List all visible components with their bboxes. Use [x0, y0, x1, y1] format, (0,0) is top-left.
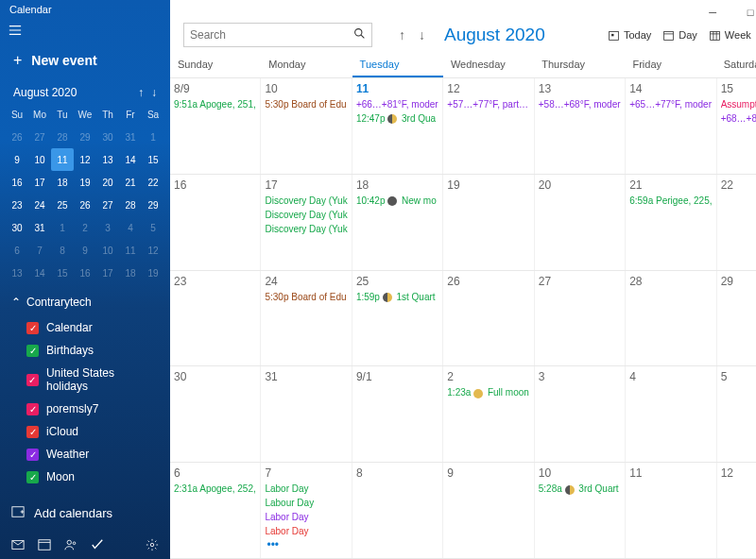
mini-day[interactable]: 3 — [96, 216, 119, 239]
calendar-item[interactable]: ✓ Birthdays — [0, 339, 170, 362]
event[interactable]: Discovery Day (Yuk — [265, 208, 347, 222]
more-events[interactable]: ••• — [265, 538, 347, 551]
event[interactable]: Assumption - West — [721, 97, 756, 111]
mini-day[interactable]: 26 — [74, 194, 96, 216]
day-cell[interactable]: 14 +65…+77°F, moder — [626, 78, 716, 174]
mini-day[interactable]: 27 — [96, 194, 119, 216]
week-view-button[interactable]: Week — [707, 25, 753, 45]
day-cell[interactable]: 8/9 9:51a Apogee, 251, — [170, 78, 261, 174]
mini-day[interactable]: 23 — [6, 194, 28, 216]
mini-day[interactable]: 25 — [51, 194, 74, 216]
mini-day[interactable]: 26 — [6, 126, 28, 148]
event[interactable]: Labor Day — [265, 524, 347, 538]
mini-day[interactable]: 13 — [96, 148, 119, 171]
day-cell[interactable]: 26 — [443, 271, 534, 366]
calendar-icon[interactable] — [38, 538, 51, 551]
event[interactable]: 6:59a Perigee, 225, — [629, 194, 712, 208]
mini-day[interactable]: 5 — [142, 216, 164, 239]
mini-day[interactable]: 13 — [6, 262, 28, 284]
event[interactable]: 2:31a Apogee, 252, — [174, 482, 256, 496]
event[interactable]: +66…+81°F, moder — [356, 97, 438, 111]
mini-cal-prev[interactable]: ↑ — [138, 86, 144, 99]
event[interactable]: 5:30p Board of Edu — [265, 290, 347, 304]
day-cell[interactable]: 5 — [717, 366, 756, 462]
month-title[interactable]: August 2020 — [444, 25, 545, 45]
calendar-item[interactable]: ✓ iCloud — [0, 420, 170, 443]
mini-day[interactable]: 9 — [6, 148, 28, 171]
checkbox-icon[interactable]: ✓ — [26, 426, 39, 438]
mini-day[interactable]: 12 — [142, 239, 164, 262]
event[interactable]: +68…+80°F, patchy — [721, 111, 756, 126]
search-input[interactable] — [190, 28, 353, 42]
day-cell[interactable]: 20 — [535, 175, 626, 270]
event[interactable]: 5:28a 3rd Quart — [539, 482, 621, 496]
mini-day[interactable]: 29 — [142, 194, 164, 216]
day-cell[interactable]: 28 — [626, 271, 716, 366]
mini-day[interactable]: 31 — [28, 216, 51, 239]
event[interactable]: Discovery Day (Yuk — [265, 222, 347, 236]
mini-day[interactable]: 17 — [28, 171, 51, 194]
mini-day[interactable]: 21 — [119, 171, 142, 194]
calendar-item[interactable]: ✓ United States holidays — [0, 362, 170, 398]
checkbox-icon[interactable]: ✓ — [26, 374, 39, 386]
mini-day[interactable]: 28 — [119, 194, 142, 216]
day-cell[interactable]: 13 +58…+68°F, moder — [535, 78, 626, 174]
day-cell[interactable]: 9/1 — [352, 366, 443, 462]
mini-day[interactable]: 24 — [28, 194, 51, 216]
add-calendars-button[interactable]: Add calendars — [0, 496, 170, 531]
day-cell[interactable]: 8 — [352, 463, 443, 558]
event[interactable]: +65…+77°F, moder — [629, 97, 712, 111]
mini-day[interactable]: 14 — [28, 262, 51, 284]
minimize-button[interactable]: ─ — [694, 0, 731, 25]
day-cell[interactable]: 30 — [170, 366, 261, 462]
dow-header[interactable]: Monday — [261, 51, 352, 77]
mini-day[interactable]: 10 — [28, 148, 51, 171]
mini-day[interactable]: 8 — [51, 239, 74, 262]
calendar-item[interactable]: ✓ Moon — [0, 466, 170, 488]
event[interactable]: 9:51a Apogee, 251, — [174, 97, 256, 111]
event[interactable]: 1:59p 1st Quart — [356, 290, 438, 304]
event[interactable]: Discovery Day (Yuk — [265, 194, 347, 208]
day-cell[interactable]: 9 — [443, 463, 534, 558]
day-cell[interactable]: 3 — [535, 366, 626, 462]
mail-icon[interactable] — [11, 538, 25, 551]
checkbox-icon[interactable]: ✓ — [26, 449, 39, 461]
event[interactable]: Labor Day — [265, 482, 347, 496]
day-cell[interactable]: 12 +57…+77°F, partly c — [443, 78, 534, 174]
event[interactable]: 5:30p Board of Edu — [265, 97, 347, 111]
day-cell[interactable]: 6 2:31a Apogee, 252, — [170, 463, 261, 558]
mini-day[interactable]: 20 — [96, 171, 119, 194]
day-cell[interactable]: 17 Discovery Day (YukDiscovery Day (YukD… — [261, 175, 352, 270]
search-icon[interactable] — [353, 26, 366, 43]
event[interactable]: 10:42p New mo — [356, 194, 438, 208]
day-cell[interactable]: 19 — [443, 175, 534, 270]
mini-day[interactable]: 28 — [51, 126, 74, 148]
dow-header[interactable]: Saturday — [716, 51, 756, 77]
day-cell[interactable]: 27 — [535, 271, 626, 366]
mini-day[interactable]: 30 — [96, 126, 119, 148]
mini-cal-next[interactable]: ↓ — [151, 86, 157, 99]
mini-day[interactable]: 6 — [6, 239, 28, 262]
mini-day[interactable]: 19 — [142, 262, 164, 284]
maximize-button[interactable]: □ — [731, 0, 756, 25]
mini-day[interactable]: 15 — [142, 148, 164, 171]
day-cell[interactable]: 25 1:59p 1st Quart — [352, 271, 443, 366]
day-cell[interactable]: 21 6:59a Perigee, 225, — [626, 175, 716, 270]
mini-day[interactable]: 27 — [28, 126, 51, 148]
mini-day[interactable]: 9 — [74, 239, 96, 262]
event[interactable]: 12:47p 3rd Qua — [356, 111, 438, 126]
mini-day[interactable]: 11 — [51, 148, 74, 171]
account-section[interactable]: ⌃ Contrarytech — [0, 284, 170, 314]
checkbox-icon[interactable]: ✓ — [26, 403, 39, 415]
mini-day[interactable]: 7 — [28, 239, 51, 262]
event[interactable]: 1:23a Full moon — [447, 385, 529, 399]
mini-day[interactable]: 22 — [142, 171, 164, 194]
mini-day[interactable]: 16 — [6, 171, 28, 194]
day-cell[interactable]: 31 — [261, 366, 352, 462]
mini-day[interactable]: 18 — [51, 171, 74, 194]
day-cell[interactable]: 29 — [717, 271, 756, 366]
day-cell[interactable]: 24 5:30p Board of Edu — [261, 271, 352, 366]
mini-day[interactable]: 29 — [74, 126, 96, 148]
mini-day[interactable]: 4 — [119, 216, 142, 239]
hamburger-button[interactable] — [0, 18, 30, 42]
